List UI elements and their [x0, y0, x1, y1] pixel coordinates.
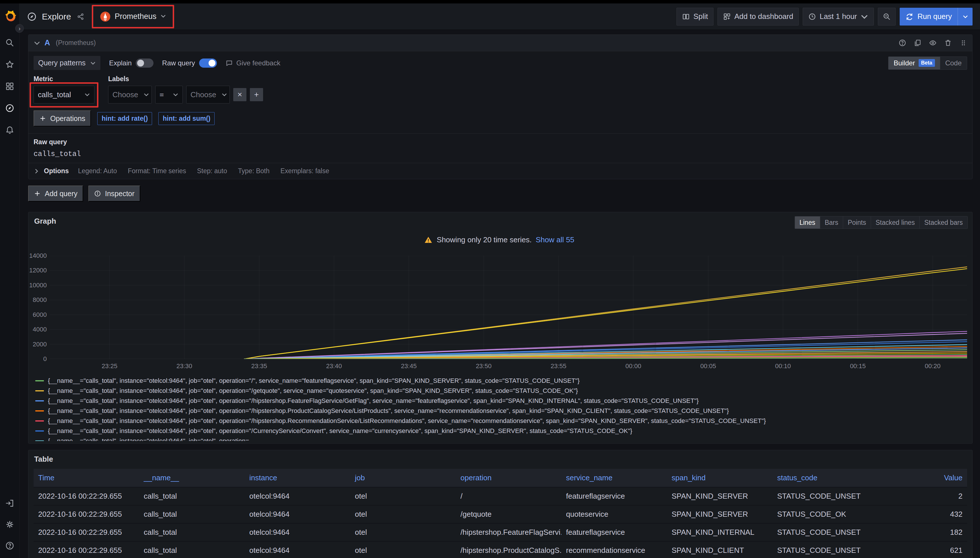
chevron-down-icon [173, 92, 178, 97]
run-query-dropdown-caret[interactable] [958, 8, 973, 26]
legend-item[interactable]: {__name__="calls_total", instance="otelc… [35, 406, 967, 416]
table-cell: 2022-10-16 00:22:29.655 [34, 542, 139, 558]
graph-style-stacked-lines[interactable]: Stacked lines [871, 216, 920, 229]
graph-style-stacked-bars[interactable]: Stacked bars [919, 216, 968, 229]
sidebar-item-explore[interactable] [5, 103, 15, 113]
alerting-bell-icon[interactable] [5, 125, 15, 135]
table-cell: /hipstershop.ProductCatalogS... [456, 542, 561, 558]
raw-query-toggle[interactable] [199, 59, 217, 68]
query-toolbar: Query patterns Explain Raw query Give fe… [28, 51, 972, 74]
duplicate-query-icon[interactable] [914, 39, 921, 47]
delete-query-trash-icon[interactable] [944, 39, 952, 47]
legend-item-partial[interactable]: {__name__="calls_total", instance="otelc… [35, 436, 967, 441]
table-cell: otel [350, 542, 456, 558]
legend-item[interactable]: {__name__="calls_total", instance="otelc… [35, 396, 967, 406]
sidebar-expand-button[interactable]: › [15, 24, 24, 33]
help-circle-icon[interactable] [898, 39, 906, 47]
chevron-right-icon[interactable] [34, 168, 39, 174]
label-operator-value: = [159, 90, 164, 99]
column-header-name[interactable]: __name__ [139, 469, 245, 487]
split-button[interactable]: Split [676, 8, 714, 26]
legend-label: {__name__="calls_total", instance="otelc… [48, 417, 766, 425]
explain-toggle[interactable] [136, 59, 153, 68]
legend-item[interactable]: {__name__="calls_total", instance="otelc… [35, 376, 967, 386]
x-axis-label: 00:05 [700, 363, 716, 370]
options-summary: Legend: AutoFormat: Time seriesStep: aut… [78, 167, 329, 175]
disable-query-eye-icon[interactable] [929, 39, 937, 47]
query-patterns-dropdown[interactable]: Query patterns [34, 56, 100, 70]
explain-label: Explain [109, 59, 132, 67]
datasource-picker[interactable]: Prometheus [96, 8, 170, 25]
legend-item[interactable]: {__name__="calls_total", instance="otelc… [35, 416, 967, 426]
metric-select[interactable]: calls_total [34, 86, 94, 103]
query-ref-id[interactable]: A [44, 38, 50, 47]
column-header-job[interactable]: job [350, 469, 456, 487]
x-axis: 23:2523:3023:3523:4023:4523:5023:5500:00… [49, 359, 967, 372]
option-summary-item: Exemplars: false [281, 167, 329, 175]
warning-icon [424, 236, 432, 244]
graph-style-points[interactable]: Points [843, 216, 871, 229]
column-header-time[interactable]: Time [34, 469, 139, 487]
column-header-statuscode[interactable]: status_code [773, 469, 878, 487]
add-query-button[interactable]: Add query [28, 185, 83, 202]
help-icon[interactable] [5, 541, 15, 551]
x-axis-label: 23:55 [551, 363, 566, 370]
x-axis-label: 00:15 [850, 363, 866, 370]
time-range-picker[interactable]: Last 1 hour [803, 8, 874, 26]
column-header-servicename[interactable]: service_name [561, 469, 667, 487]
hint-add-rate-button[interactable]: hint: add rate() [97, 112, 152, 125]
plot-area[interactable] [49, 256, 967, 359]
show-all-series-link[interactable]: Show all 55 [536, 235, 574, 244]
search-icon[interactable] [5, 38, 15, 48]
grafana-logo[interactable] [3, 9, 16, 22]
run-query-button[interactable]: Run query [899, 8, 958, 26]
label-name-placeholder: Choose [112, 90, 138, 99]
dashboards-icon[interactable] [5, 81, 15, 91]
starred-icon[interactable] [5, 60, 15, 69]
label-operator-select[interactable]: = [155, 86, 183, 103]
table-cell: featureflagservice [561, 523, 667, 542]
operations-button[interactable]: Operations [34, 110, 91, 126]
table-cell: /getquote [456, 505, 561, 523]
add-to-dashboard-button[interactable]: Add to dashboard [717, 8, 799, 26]
builder-mode-button[interactable]: Builder Beta [888, 57, 940, 69]
add-label-filter-button[interactable]: + [250, 88, 263, 101]
x-axis-label: 23:25 [102, 363, 117, 370]
graph-style-bars[interactable]: Bars [820, 216, 843, 229]
sign-in-icon[interactable] [5, 498, 15, 508]
graph-style-lines[interactable]: Lines [795, 216, 820, 229]
metric-value: calls_total [38, 90, 71, 99]
legend-item[interactable]: {__name__="calls_total", instance="otelc… [35, 426, 967, 436]
top-strip [0, 0, 980, 3]
table-cell: STATUS_CODE_UNSET [773, 487, 878, 505]
label-name-select[interactable]: Choose [108, 86, 152, 103]
table-cell: SPAN_KIND_CLIENT [667, 542, 773, 558]
zoom-out-time-button[interactable] [878, 8, 896, 26]
legend-color-dash [35, 390, 44, 391]
code-mode-button[interactable]: Code [940, 57, 967, 69]
column-header-value[interactable]: Value [878, 469, 967, 487]
inspector-button[interactable]: Inspector [88, 185, 140, 202]
column-header-spankind[interactable]: span_kind [667, 469, 773, 487]
chevron-down-icon [143, 92, 149, 97]
info-circle-icon [94, 190, 101, 197]
give-feedback-link[interactable]: Give feedback [225, 59, 280, 67]
label-value-select[interactable]: Choose [186, 86, 230, 103]
table-cell: otel [350, 523, 456, 542]
column-header-instance[interactable]: instance [245, 469, 350, 487]
clock-icon [808, 13, 816, 21]
settings-gear-icon[interactable] [5, 520, 15, 529]
legend-item[interactable]: {__name__="calls_total", instance="otelc… [35, 386, 967, 396]
remove-label-filter-button[interactable]: × [233, 88, 247, 101]
add-query-label: Add query [45, 190, 77, 198]
explore-content: A (Prometheus) Query patterns [20, 30, 980, 558]
table-panel: Table Time__name__instancejoboperationse… [28, 450, 973, 558]
column-header-operation[interactable]: operation [456, 469, 561, 487]
drag-handle-icon[interactable] [959, 39, 967, 47]
share-icon[interactable] [77, 13, 84, 20]
collapse-chevron-icon[interactable] [34, 39, 41, 46]
table-cell: recommendationservice [561, 542, 667, 558]
y-axis-label: 10000 [29, 282, 47, 289]
options-title[interactable]: Options [44, 167, 69, 175]
hint-add-sum-button[interactable]: hint: add sum() [158, 112, 215, 125]
